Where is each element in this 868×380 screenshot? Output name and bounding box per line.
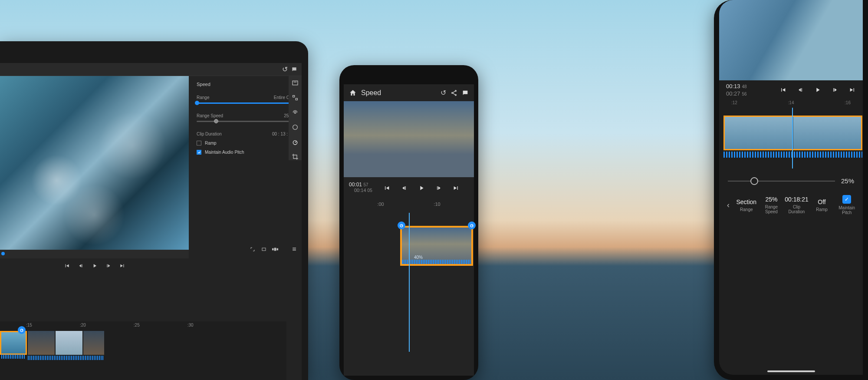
maintain-pitch-checkbox[interactable]: ✓ xyxy=(842,195,851,204)
speed-slider[interactable] xyxy=(197,121,294,122)
range-cell[interactable]: Section Range xyxy=(735,198,758,212)
timeline-clip[interactable]: 40% xyxy=(400,226,473,266)
menu-icon[interactable]: ≡ xyxy=(291,246,297,252)
range-slider-start[interactable] xyxy=(195,101,199,105)
chat-icon[interactable] xyxy=(291,66,297,73)
home-icon[interactable] xyxy=(349,89,357,97)
time-b-frames: 56 xyxy=(742,92,747,96)
android-device: Speed ↺ 00:01 57 00:14 05 :00 :10 xyxy=(339,65,478,380)
video-preview[interactable] xyxy=(0,76,189,250)
clip-segment[interactable] xyxy=(725,117,793,149)
time-b: 00:27 xyxy=(726,90,740,97)
ios-preview[interactable] xyxy=(719,0,863,80)
slider-value: 25% xyxy=(841,177,854,185)
step-back-icon[interactable] xyxy=(797,86,804,93)
back-icon[interactable]: ‹ xyxy=(723,201,733,210)
skip-fwd-icon[interactable] xyxy=(849,86,856,93)
transform-tool-icon[interactable] xyxy=(292,94,299,101)
android-ruler: :00 :10 xyxy=(344,198,474,208)
step-fwd-icon[interactable] xyxy=(105,263,112,269)
android-timeline[interactable]: 40% xyxy=(344,213,474,282)
range-label: Range xyxy=(735,207,758,212)
maintain-pitch-cell[interactable]: ✓ Maintain Pitch xyxy=(835,195,858,215)
skip-back-icon[interactable] xyxy=(383,185,390,192)
skip-fwd-icon[interactable] xyxy=(453,185,460,192)
range-label: Range xyxy=(197,95,209,100)
speed-tool-icon[interactable] xyxy=(292,139,299,145)
skip-back-icon[interactable] xyxy=(64,263,70,269)
speed-handle-icon[interactable] xyxy=(398,221,405,229)
timeline-clip[interactable] xyxy=(723,116,862,150)
timeline-clip[interactable] xyxy=(83,331,104,355)
timeline[interactable]: :15 :20 :25 :30 xyxy=(0,321,286,380)
android-title: Speed xyxy=(361,89,436,97)
slider-track[interactable] xyxy=(728,181,835,182)
speed-slider-thumb[interactable] xyxy=(214,119,218,123)
ramp-cell[interactable]: Off Ramp xyxy=(810,198,834,212)
slider-thumb[interactable] xyxy=(750,177,758,185)
clip-audio xyxy=(723,152,862,158)
ruler-tick: :20 xyxy=(80,323,86,327)
crop-tool-icon[interactable] xyxy=(292,153,299,160)
clip-duration-label: Clip Duration xyxy=(785,205,809,214)
fullscreen-icon[interactable] xyxy=(250,246,256,252)
skip-fwd-icon[interactable] xyxy=(119,263,125,269)
range-speed-cell[interactable]: 25% Range Speed xyxy=(760,196,783,214)
frames-icon[interactable] xyxy=(272,246,278,252)
timeline-clip[interactable] xyxy=(56,331,82,355)
ramp-value: Off xyxy=(810,198,834,205)
home-indicator[interactable] xyxy=(767,370,815,372)
svg-rect-2 xyxy=(274,248,276,251)
range-slider[interactable] xyxy=(197,102,294,104)
step-fwd-icon[interactable] xyxy=(832,86,838,93)
color-tool-icon[interactable] xyxy=(292,124,299,131)
step-back-icon[interactable] xyxy=(401,185,408,192)
chat-icon[interactable] xyxy=(462,89,469,96)
svg-point-5 xyxy=(294,112,296,113)
ramp-checkbox[interactable] xyxy=(197,141,201,145)
maintain-pitch-checkbox[interactable] xyxy=(197,150,201,155)
speed-handle-icon[interactable] xyxy=(468,221,476,229)
step-fwd-icon[interactable] xyxy=(435,185,442,192)
play-icon[interactable] xyxy=(814,86,821,93)
range-value: Section xyxy=(735,198,758,205)
preview-scrubber[interactable] xyxy=(0,250,189,258)
speed-handle-icon[interactable] xyxy=(18,326,26,334)
clip-audio xyxy=(28,356,55,360)
svg-rect-1 xyxy=(272,248,274,251)
undo-icon[interactable]: ↺ xyxy=(441,89,446,97)
android-preview[interactable] xyxy=(344,101,474,177)
ruler-tick: :30 xyxy=(187,323,194,327)
panel-title: Speed xyxy=(197,82,210,87)
play-icon[interactable] xyxy=(92,263,98,269)
ruler-tick: :14 xyxy=(788,100,794,105)
play-icon[interactable] xyxy=(418,185,425,192)
timeline-clip[interactable] xyxy=(0,331,27,355)
playhead[interactable] xyxy=(792,108,793,169)
clip-segment[interactable] xyxy=(793,117,861,149)
clip-speed-badge: 40% xyxy=(414,255,423,260)
clip-audio xyxy=(1,354,26,359)
ios-timeline[interactable] xyxy=(719,108,863,164)
undo-icon[interactable]: ↺ xyxy=(282,66,288,73)
total-time: 00:14 xyxy=(354,188,366,193)
android-app: Speed ↺ 00:01 57 00:14 05 :00 :10 xyxy=(344,84,474,376)
clip-audio xyxy=(83,356,104,360)
aspect-icon[interactable] xyxy=(261,246,267,252)
speed-slider[interactable]: 25% xyxy=(728,177,854,185)
timeline-ruler: :15 :20 :25 :30 xyxy=(0,321,286,331)
timeline-clip[interactable] xyxy=(28,331,55,355)
share-icon[interactable] xyxy=(450,89,457,96)
ramp-label: Ramp xyxy=(810,207,834,212)
ruler-tick: :15 xyxy=(26,323,32,327)
playhead[interactable] xyxy=(409,213,410,352)
titles-tool-icon[interactable] xyxy=(292,79,299,86)
step-back-icon[interactable] xyxy=(78,263,84,269)
audio-tool-icon[interactable] xyxy=(292,109,299,116)
ruler-tick: :12 xyxy=(731,100,737,105)
scrubber-handle[interactable] xyxy=(1,252,5,255)
clip-audio xyxy=(402,260,471,264)
skip-back-icon[interactable] xyxy=(779,86,786,93)
ios-app: 00:1348 00:2756 :12 :14 :16 xyxy=(719,0,863,375)
clip-duration-cell[interactable]: 00:18:21 Clip Duration xyxy=(785,196,809,214)
